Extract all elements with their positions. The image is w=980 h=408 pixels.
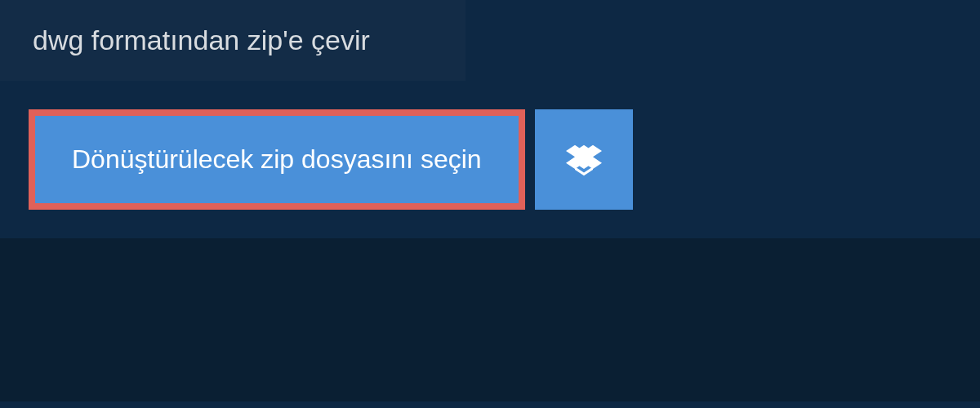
- main-content: Dönüştürülecek zip dosyasını seçin: [0, 81, 980, 238]
- header-bar: dwg formatından zip'e çevir: [0, 0, 466, 81]
- footer-area: [0, 238, 980, 401]
- dropbox-button[interactable]: [535, 109, 633, 210]
- button-row: Dönüştürülecek zip dosyasını seçin: [29, 109, 951, 210]
- dropbox-icon: [566, 142, 602, 178]
- page-title: dwg formatından zip'e çevir: [33, 24, 433, 56]
- select-file-button[interactable]: Dönüştürülecek zip dosyasını seçin: [29, 109, 525, 210]
- select-file-label: Dönüştürülecek zip dosyasını seçin: [72, 144, 482, 175]
